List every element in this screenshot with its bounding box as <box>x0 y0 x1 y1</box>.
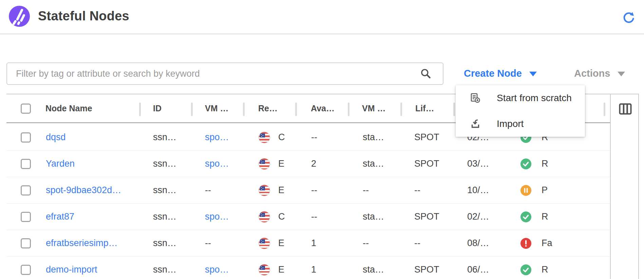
vm-name-link[interactable]: spo… <box>205 159 229 169</box>
node-id: ssn… <box>140 238 192 248</box>
vm-size: sta… <box>348 159 401 169</box>
row-checkbox[interactable] <box>21 238 31 248</box>
create-node-button[interactable]: Create Node <box>464 66 537 81</box>
column-picker-column <box>610 94 639 279</box>
col-header-id[interactable]: ID <box>140 104 192 113</box>
table-row: efrat87 ssn… spo… C -- sta… SPOT 02/… R <box>6 204 610 230</box>
search-icon <box>420 68 432 80</box>
col-header-vm-size[interactable]: VM … <box>348 104 401 113</box>
availability-zone: -- <box>296 211 348 222</box>
node-name-link[interactable]: dqsd <box>46 132 66 142</box>
status-badge: R <box>542 211 548 222</box>
row-checkbox[interactable] <box>21 212 31 222</box>
us-flag-icon <box>259 211 270 223</box>
vm-size: sta… <box>348 264 401 275</box>
node-id: ssn… <box>140 185 192 196</box>
vm-name-link[interactable]: spo… <box>205 264 229 275</box>
lifecycle: SPOT <box>401 211 454 222</box>
availability-zone: -- <box>296 132 348 143</box>
actions-button[interactable]: Actions <box>574 66 625 81</box>
node-id: ssn… <box>140 211 192 222</box>
column-divider <box>453 103 455 116</box>
table-row: demo-import ssn… spo… E 1 sta… SPOT 06/…… <box>6 257 610 279</box>
vm-name-link[interactable]: spo… <box>205 132 229 142</box>
node-name-link[interactable]: efrat87 <box>46 211 74 222</box>
column-divider <box>191 103 193 116</box>
status-badge: Fa <box>542 238 552 248</box>
page-title: Stateful Nodes <box>38 9 129 23</box>
node-id: ssn… <box>140 264 192 275</box>
row-checkbox[interactable] <box>21 265 31 275</box>
menu-item-start-from-scratch[interactable]: Start from scratch <box>456 85 585 111</box>
status-running-icon <box>520 211 531 222</box>
column-divider <box>139 103 141 116</box>
refresh-button[interactable] <box>622 12 635 24</box>
created-date: 08/… <box>454 238 506 248</box>
region-code: E <box>278 238 284 248</box>
row-checkbox[interactable] <box>21 185 31 196</box>
column-divider <box>295 103 297 116</box>
col-header-availability[interactable]: Ava… <box>296 104 348 113</box>
create-node-label: Create Node <box>464 68 522 79</box>
menu-item-import[interactable]: Import <box>456 111 585 137</box>
status-running-icon <box>520 159 531 169</box>
lifecycle: SPOT <box>401 159 454 169</box>
column-divider <box>400 103 402 116</box>
status-paused-icon <box>520 185 531 196</box>
vm-name: -- <box>192 185 244 196</box>
node-id: ssn… <box>140 132 192 143</box>
col-header-vm-name[interactable]: VM … <box>192 104 244 113</box>
col-header-node-name[interactable]: Node Name <box>38 104 140 113</box>
row-checkbox[interactable] <box>21 132 31 143</box>
created-date: 06/… <box>454 264 506 275</box>
refresh-icon <box>622 12 635 24</box>
availability-zone: 1 <box>296 238 348 248</box>
lifecycle: -- <box>401 185 454 196</box>
us-flag-icon <box>259 158 270 170</box>
node-name-link[interactable]: spot-9dbae302d… <box>46 185 121 195</box>
actions-label: Actions <box>574 68 610 79</box>
column-divider <box>604 103 605 116</box>
filter-input[interactable] <box>6 62 443 85</box>
region-code: C <box>278 132 285 143</box>
availability-zone: 1 <box>296 264 348 275</box>
spot-logo-icon <box>9 6 30 27</box>
created-date: 03/… <box>454 159 506 169</box>
availability-zone: -- <box>296 185 348 196</box>
col-header-region[interactable]: Re… <box>244 104 296 113</box>
select-all-checkbox[interactable] <box>21 104 31 114</box>
us-flag-icon <box>259 264 270 276</box>
status-badge: R <box>542 264 548 275</box>
create-node-menu: Start from scratch Import <box>456 85 585 137</box>
vm-size: sta… <box>348 132 401 143</box>
column-picker-button[interactable] <box>619 103 632 115</box>
note-add-icon <box>470 93 481 104</box>
lifecycle: SPOT <box>401 132 454 143</box>
vm-name-link[interactable]: spo… <box>205 211 229 222</box>
table-body: dqsd ssn… spo… C -- sta… SPOT 02/… R Yar… <box>6 124 610 279</box>
node-name-link[interactable]: demo-import <box>46 264 97 275</box>
vm-size: -- <box>348 238 401 248</box>
table-row: efratbseriesimp… ssn… -- E 1 -- -- 08/… … <box>6 230 610 257</box>
chevron-down-icon <box>618 72 625 76</box>
node-name-link[interactable]: Yarden <box>46 159 75 169</box>
node-name-link[interactable]: efratbseriesimp… <box>46 238 118 248</box>
region-code: E <box>278 185 284 196</box>
region-code: C <box>278 211 285 222</box>
column-divider <box>348 103 349 116</box>
created-date: 02/… <box>454 211 506 222</box>
lifecycle: SPOT <box>401 264 454 275</box>
col-header-lifecycle[interactable]: Lif… <box>401 104 454 113</box>
row-checkbox[interactable] <box>21 159 31 169</box>
us-flag-icon <box>259 185 270 196</box>
availability-zone: 2 <box>296 159 348 169</box>
columns-icon <box>619 103 632 115</box>
vm-size: -- <box>348 185 401 196</box>
table-row: spot-9dbae302d… ssn… -- E -- -- -- 10/… … <box>6 177 610 204</box>
lifecycle: -- <box>401 238 454 248</box>
node-id: ssn… <box>140 159 192 169</box>
status-badge: P <box>542 185 548 196</box>
filter-bar <box>6 62 443 85</box>
vm-size: sta… <box>348 211 401 222</box>
table-row: Yarden ssn… spo… E 2 sta… SPOT 03/… R <box>6 151 610 177</box>
